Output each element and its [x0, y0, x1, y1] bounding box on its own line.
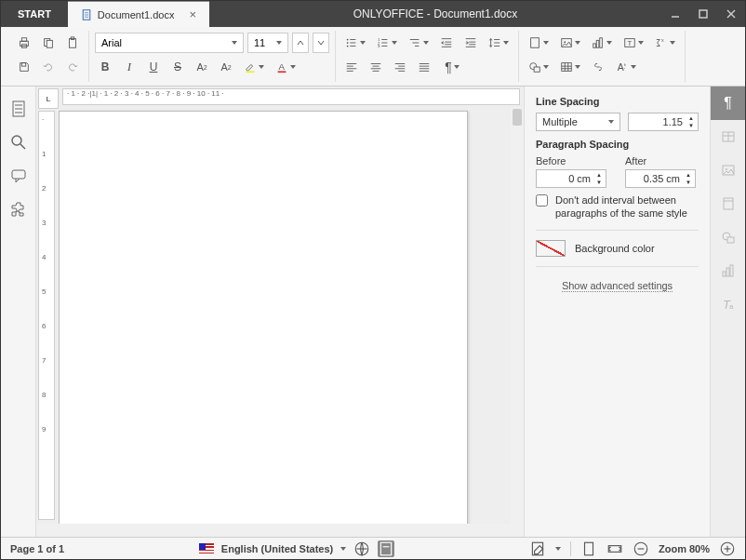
vertical-scrollbar[interactable] [511, 107, 524, 524]
spin-up-icon[interactable]: ▲ [686, 114, 696, 122]
superscript-button[interactable]: A2 [192, 57, 212, 77]
start-tab[interactable]: START [1, 1, 68, 27]
highlight-color-button[interactable] [240, 57, 268, 77]
scrollbar-thumb[interactable] [513, 109, 522, 126]
maximize-button[interactable] [689, 1, 717, 27]
print-button[interactable] [14, 33, 34, 53]
paste-button[interactable] [62, 33, 83, 53]
svg-rect-16 [246, 71, 255, 73]
chart-tab[interactable] [711, 254, 746, 287]
svg-rect-12 [47, 40, 52, 47]
italic-button[interactable]: I [119, 57, 140, 77]
spin-up-icon[interactable]: ▲ [594, 171, 604, 179]
undo-button[interactable] [38, 57, 59, 77]
svg-rect-71 [534, 67, 540, 72]
fit-width-button[interactable] [606, 540, 623, 557]
spellcheck-button[interactable] [353, 540, 370, 557]
insert-equation-button[interactable]: x [651, 33, 679, 53]
font-color-button[interactable]: A [272, 57, 300, 77]
align-right-button[interactable] [390, 57, 410, 77]
zoom-out-button[interactable] [633, 540, 649, 557]
multilevel-button[interactable] [405, 33, 433, 53]
horizontal-ruler[interactable]: · 1 · 2 ·|1| · 1 · 2 · 3 · 4 · 5 · 6 · 7… [62, 88, 520, 105]
search-panel-button[interactable] [9, 133, 28, 152]
header-tab[interactable] [711, 187, 746, 220]
strikethrough-button[interactable]: S [167, 57, 188, 77]
same-style-checkbox[interactable] [536, 194, 548, 207]
tab-selector[interactable]: L [38, 88, 59, 109]
plugins-panel-button[interactable] [9, 200, 28, 219]
align-justify-button[interactable] [414, 57, 434, 77]
bullets-button[interactable] [341, 33, 369, 53]
toolbar: Arial 11 B I U S A2 A2 A 123 [1, 27, 745, 87]
fit-page-button[interactable] [580, 540, 597, 557]
textart-tab[interactable]: Ta [711, 287, 746, 321]
numbering-button[interactable]: 123 [373, 33, 401, 53]
page-icon [528, 36, 541, 49]
advanced-settings-link[interactable]: Show advanced settings [562, 280, 673, 292]
spin-up-icon[interactable]: ▲ [684, 171, 693, 179]
horizontal-scrollbar[interactable] [36, 524, 524, 537]
insert-shape-button[interactable] [525, 57, 553, 77]
minimize-button[interactable] [661, 1, 689, 27]
underline-button[interactable]: U [143, 57, 164, 77]
spacing-after-input[interactable]: 0.35 cm▲▼ [625, 169, 696, 188]
vertical-ruler[interactable]: ·123456789 [38, 111, 55, 520]
increase-indent-button[interactable] [460, 33, 481, 53]
redo-button[interactable] [62, 57, 83, 77]
insert-dropcap-button[interactable]: Ab¹ [612, 57, 640, 77]
align-center-button[interactable] [366, 57, 386, 77]
close-window-button[interactable] [717, 1, 745, 27]
insert-chart-button[interactable] [588, 33, 616, 53]
image-tab[interactable] [711, 153, 746, 187]
line-spacing-value-input[interactable]: 1.15▲▼ [628, 113, 699, 131]
spin-down-icon[interactable]: ▼ [684, 179, 693, 186]
insert-page-button[interactable] [525, 33, 553, 53]
insert-textart-button[interactable]: T [619, 33, 647, 53]
track-changes-button[interactable] [529, 540, 546, 557]
spin-down-icon[interactable]: ▼ [686, 122, 696, 129]
left-sidebar [1, 87, 36, 537]
spin-down-icon[interactable]: ▼ [594, 179, 604, 186]
font-size-down-button[interactable] [313, 33, 329, 53]
insert-image-button[interactable] [556, 33, 584, 53]
language-label[interactable]: English (United States) [221, 543, 333, 554]
document-page[interactable] [59, 111, 468, 524]
zoom-in-button[interactable] [719, 540, 736, 557]
h-ruler-ticks: · 1 · 2 ·|1| · 1 · 2 · 3 · 4 · 5 · 6 · 7… [63, 89, 224, 98]
insert-hyperlink-button[interactable] [588, 57, 608, 77]
bgcolor-swatch[interactable] [536, 240, 566, 257]
decrease-indent-button[interactable] [436, 33, 457, 53]
subscript-button[interactable]: A2 [216, 57, 236, 77]
shape-tab[interactable] [711, 220, 746, 254]
para-spacing-title: Paragraph Spacing [536, 139, 699, 150]
copy-button[interactable] [38, 33, 59, 53]
save-button[interactable] [14, 57, 34, 77]
dropcap-icon: Ab¹ [616, 60, 629, 73]
svg-rect-66 [600, 38, 603, 48]
spacing-before-input[interactable]: 0 cm▲▼ [536, 169, 606, 188]
line-spacing-mode-select[interactable]: Multiple [536, 113, 620, 131]
close-tab-icon[interactable]: × [189, 7, 196, 21]
caret-down-icon [423, 41, 429, 45]
comments-panel-button[interactable] [9, 167, 28, 185]
page-scroll-area[interactable] [59, 107, 524, 524]
document-tab[interactable]: Document1.docx × [68, 1, 209, 27]
file-panel-button[interactable] [9, 100, 28, 118]
document-tab-label: Document1.docx [98, 9, 175, 20]
zoom-label[interactable]: Zoom 80% [659, 543, 710, 554]
after-label: After [625, 155, 696, 167]
table-tab[interactable] [711, 120, 746, 153]
font-name-select[interactable]: Arial [95, 33, 244, 53]
doclang-button[interactable] [378, 540, 394, 557]
font-size-up-button[interactable] [292, 33, 309, 53]
divider [536, 230, 699, 231]
font-size-select[interactable]: 11 [247, 33, 288, 53]
line-spacing-button[interactable] [485, 33, 513, 53]
paragraph-tab[interactable]: ¶ [711, 87, 746, 120]
nonprinting-button[interactable]: ¶ [438, 57, 466, 77]
bold-button[interactable]: B [95, 57, 115, 77]
insert-table-button[interactable] [556, 57, 584, 77]
align-left-button[interactable] [341, 57, 362, 77]
page-info[interactable]: Page 1 of 1 [10, 543, 64, 554]
